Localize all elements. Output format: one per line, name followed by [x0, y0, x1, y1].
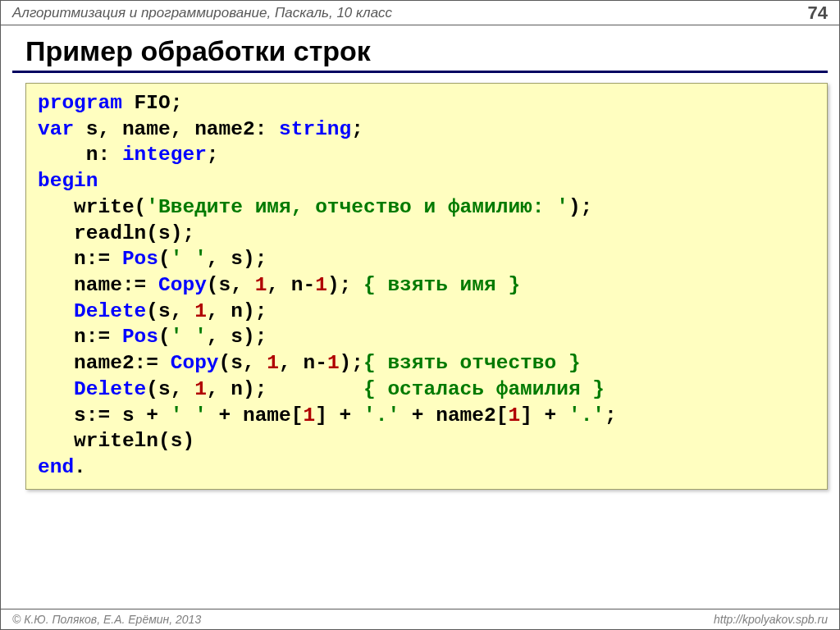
code-box: program FIO; var s, name, name2: string;…	[25, 83, 828, 490]
code-line: Delete(s, 1, n);	[38, 299, 815, 325]
code-line: end.	[38, 454, 815, 481]
code-line: begin	[38, 168, 815, 194]
source-url: http://kpolyakov.spb.ru	[714, 613, 828, 626]
code-line: program FIO;	[38, 90, 815, 116]
code-line: n: integer;	[38, 142, 815, 168]
code-line: name2:= Copy(s, 1, n-1);{ взять отчество…	[38, 350, 815, 377]
title-underline	[12, 71, 828, 73]
course-label: Алгоритмизация и программирование, Паска…	[12, 5, 392, 21]
header-bar: Алгоритмизация и программирование, Паска…	[1, 1, 839, 25]
code-line: Delete(s, 1, n); { осталась фамилия }	[38, 377, 815, 403]
code-line: var s, name, name2: string;	[38, 116, 815, 143]
footer-bar: © К.Ю. Поляков, Е.А. Ерёмин, 2013 http:/…	[1, 609, 839, 629]
code-line: name:= Copy(s, 1, n-1); { взять имя }	[38, 272, 815, 299]
code-line: write('Введите имя, отчество и фамилию: …	[38, 194, 815, 221]
page-number: 74	[808, 2, 828, 24]
copyright-label: © К.Ю. Поляков, Е.А. Ерёмин, 2013	[12, 613, 201, 626]
code-line: writeln(s)	[38, 428, 815, 454]
code-line: n:= Pos(' ', s);	[38, 324, 815, 350]
code-line: readln(s);	[38, 221, 815, 247]
code-line: s:= s + ' ' + name[1] + '.' + name2[1] +…	[38, 403, 815, 429]
code-line: n:= Pos(' ', s);	[38, 246, 815, 272]
slide: Алгоритмизация и программирование, Паска…	[0, 0, 840, 630]
slide-title: Пример обработки строк	[25, 35, 839, 67]
